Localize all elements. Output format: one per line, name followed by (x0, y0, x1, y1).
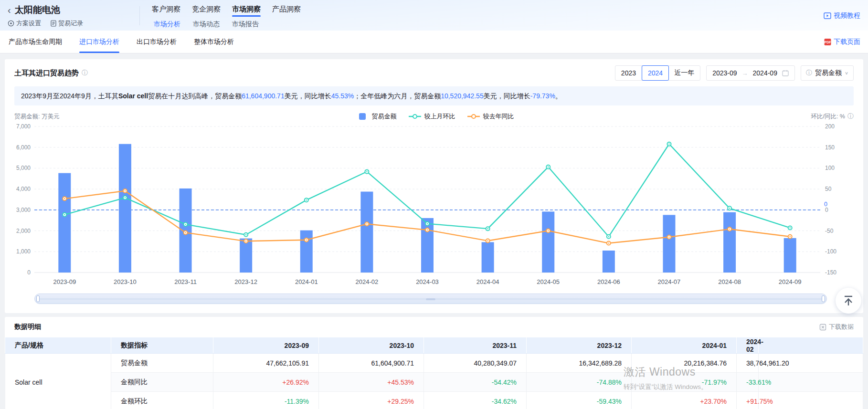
zoom-center-handle[interactable] (426, 298, 435, 300)
tab-竞企洞察[interactable]: 竞企洞察 (192, 5, 221, 17)
column-header-product: 产品/规格 (5, 337, 111, 354)
summary-text: -79.73% (530, 92, 555, 100)
value-cell: +29.25% (319, 392, 424, 409)
legend-item-贸易金额[interactable]: 贸易金额 (356, 112, 396, 121)
value-cell: +45.53% (319, 373, 424, 392)
point-dot (125, 190, 126, 191)
legend-bar-swatch (356, 113, 369, 120)
summary-text: 美元，同比增长 (285, 92, 331, 100)
metric-info-icon: ⓘ (806, 69, 812, 77)
year-button-2024[interactable]: 2024 (642, 65, 669, 81)
legend-item-较上月环比[interactable]: 较上月环比 (409, 112, 455, 121)
tab-市场洞察[interactable]: 市场洞察 (232, 5, 261, 17)
table-section-title: 数据明细 (14, 323, 41, 331)
nav-item-整体市场分析[interactable]: 整体市场分析 (194, 31, 234, 53)
data-detail-card: 数据明细 下载数据 产品/规格数据指标2023-092023-102023-11… (5, 317, 863, 409)
chevron-down-icon: ∨ (845, 71, 848, 75)
date-to: 2024-09 (753, 69, 777, 77)
summary-text: ；全年低峰为六月，贸易金额 (354, 92, 441, 100)
download-data-label: 下载数据 (829, 323, 854, 331)
left-axis-tick: 6,000 (16, 144, 31, 151)
trend-chart: 7,0002006,0001505,0001004,000503,00002,0… (11, 122, 857, 288)
table-row: 金额环比-11.39%+29.25%-34.62%-59.43%+23.70%+… (5, 392, 863, 409)
point-dot (668, 236, 669, 237)
scheme-settings-button[interactable]: 方案设置 (8, 19, 41, 28)
summary-text: 贸易在十月达到高峰，贸易金额 (148, 92, 242, 100)
header-divider (139, 6, 140, 25)
chart-legend: 贸易金额较上月环比较去年同比 (59, 112, 811, 121)
legend-label: 较去年同比 (483, 112, 514, 121)
point-dot (608, 236, 609, 237)
download-page-button[interactable]: PDF 下载页面 (824, 31, 860, 53)
value-cell: -74.88% (527, 373, 632, 392)
metric-select[interactable]: ⓘ 贸易金额 ∨ (801, 65, 854, 81)
year-button-2023[interactable]: 2023 (615, 66, 642, 80)
point-dot (245, 241, 246, 241)
subtab-市场报告[interactable]: 市场报告 (232, 20, 259, 29)
trade-records-button[interactable]: 贸易记录 (51, 19, 83, 28)
sub-tabs: 市场分析市场动态市场报告 (154, 20, 259, 29)
point-dot (427, 223, 428, 224)
point-dot (366, 171, 367, 172)
value-cell: +26.92% (213, 373, 319, 392)
x-axis-label: 2024-03 (416, 278, 439, 285)
info-icon[interactable]: ⓘ (82, 69, 88, 77)
back-icon[interactable]: ‹ (8, 5, 11, 15)
zoom-handle-right[interactable] (822, 295, 825, 302)
right-axis-tick: 0 (825, 207, 828, 213)
range-arrow-icon: → (742, 70, 748, 77)
summary-text: 。 (555, 92, 562, 100)
subtab-市场分析[interactable]: 市场分析 (154, 20, 180, 29)
metric-select-value: 贸易金额 (815, 69, 842, 77)
filler-cell (759, 373, 863, 392)
metric-cell: 金额环比 (111, 392, 213, 409)
point-dot (487, 228, 488, 229)
video-tutorial-label: 视频教程 (834, 11, 860, 20)
trend-card: 土耳其进口贸易趋势 ⓘ 20232024近一年 2023-09 → 2024-0… (5, 59, 863, 313)
back-to-top-button[interactable] (836, 288, 861, 314)
legend-line-swatch (409, 113, 421, 120)
bar-2023-10 (119, 144, 131, 273)
x-axis-label: 2023-09 (53, 278, 76, 285)
year-button-近一年[interactable]: 近一年 (668, 66, 700, 80)
right-axis-tick: 200 (825, 123, 835, 130)
top-header: ‹ 太阳能电池 方案设置 贸易记录 客户洞察竞企洞察市场洞察产品洞察 市场分析市… (0, 0, 868, 31)
legend-item-较去年同比[interactable]: 较去年同比 (467, 112, 514, 121)
play-video-icon (824, 12, 831, 20)
point-dot (306, 199, 307, 200)
subtab-市场动态[interactable]: 市场动态 (193, 20, 220, 29)
left-axis-tick: 0 (27, 269, 31, 276)
bar-2024-08 (723, 212, 736, 273)
video-tutorial-button[interactable]: 视频教程 (824, 11, 860, 20)
right-axis-tick: 150 (825, 144, 835, 151)
axis-info-icon[interactable]: ⓘ (847, 112, 854, 121)
chart-zoom-slider[interactable] (34, 294, 827, 304)
x-axis-label: 2024-02 (356, 278, 379, 285)
point-dot (789, 227, 790, 228)
document-icon (51, 20, 56, 27)
download-data-button[interactable]: 下载数据 (819, 323, 854, 331)
nav-item-产品市场生命周期[interactable]: 产品市场生命周期 (9, 31, 62, 53)
date-range-picker[interactable]: 2023-09 → 2024-09 (706, 65, 795, 81)
excel-download-icon (819, 324, 826, 331)
nav-item-进口市场分析[interactable]: 进口市场分析 (79, 31, 119, 53)
bar-2024-09 (784, 238, 796, 273)
tab-产品洞察[interactable]: 产品洞察 (272, 5, 301, 17)
tab-客户洞察[interactable]: 客户洞察 (152, 5, 180, 17)
analysis-nav: 产品市场生命周期进口市场分析出口市场分析整体市场分析 PDF 下载页面 (0, 31, 868, 53)
nav-item-出口市场分析[interactable]: 出口市场分析 (137, 31, 177, 53)
column-header-2023-10: 2023-10 (319, 337, 424, 354)
column-header-2023-09: 2023-09 (213, 337, 319, 354)
value-cell: 47,662,105.91 (213, 354, 319, 373)
bar-2024-07 (663, 215, 675, 273)
bar-2024-03 (421, 218, 434, 273)
zoom-handle-left[interactable] (36, 295, 40, 302)
summary-banner: 2023年9月至2024年9月，土耳其Solar cell贸易在十月达到高峰，贸… (14, 86, 854, 105)
value-cell: -59.43% (527, 392, 632, 409)
value-cell: -71.97% (632, 373, 737, 392)
bar-2024-06 (603, 251, 615, 273)
right-axis-title: 环比/同比: % (811, 113, 845, 121)
column-header-metric: 数据指标 (111, 337, 213, 354)
data-detail-table: 产品/规格数据指标2023-092023-102023-112023-12202… (5, 337, 863, 409)
point-dot (608, 242, 609, 243)
